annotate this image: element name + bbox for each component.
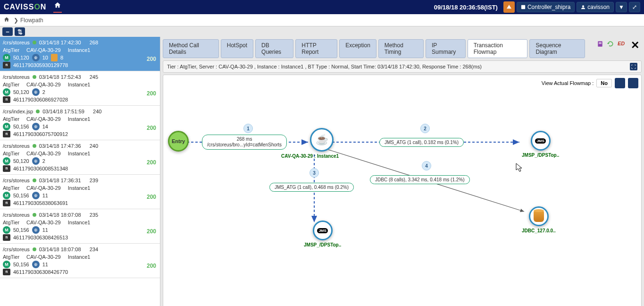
flowpath-item[interactable]: /crs/index.jsp03/14/18 17:51:59 240 AtgT… [0,106,160,140]
edge-1-label: 268 ms /crs/storeus/bro...yId=catMenShor… [202,135,287,150]
node-jms-bottom[interactable]: JMS JMSP_/DPSTop.. [304,221,341,247]
timestamp: 09/18/18 20:36:58(IST) [434,4,498,11]
expand-all-button[interactable]: ⇅ [15,27,25,36]
svg-rect-4 [599,42,602,43]
breadcrumb-item[interactable]: Flowpath [20,17,43,24]
fp-tier: AtgTier [3,184,19,192]
fp-status: 200 [147,228,156,235]
seq-1: 1 [243,124,253,133]
tab-method-timing[interactable]: Method Timing [378,39,424,58]
breadcrumb-home-icon[interactable] [4,17,9,24]
fp-resp: 245 [90,73,98,81]
fp-id: 4611790306008531348 [13,165,68,172]
fp-resp: 234 [90,246,98,253]
fp-ts: 03/14/18 17:51:59 [42,108,84,115]
flowpath-item[interactable]: /crs/storeus03/14/18 17:42:30 268 AtgTie… [0,37,160,71]
user-label: cavisson [587,4,610,10]
fp-instance: Instance1 [68,46,91,54]
home-icon[interactable] [53,1,62,13]
download-icon[interactable] [615,78,625,88]
seq-4: 4 [422,161,431,170]
fp-ts: 03/14/18 17:36:31 [39,177,81,184]
fp-resp: 239 [90,177,98,184]
tab-sequence-diagram[interactable]: Sequence Diagram [529,39,585,58]
m-val: 50,120 [13,54,29,61]
svg-rect-0 [506,9,512,9]
content: ✕ Method Call DetailsHotSpotDB QueriesHT… [160,37,644,306]
node-jms-right[interactable]: JMS JMSP_/DPSTop.. [522,131,559,158]
fp-instance: Instance1 [68,150,91,157]
fp-server: CAV-QA-30-29 [26,253,61,261]
fp-server: CAV-QA-30-29 [26,46,61,54]
close-icon[interactable]: ✕ [631,39,639,51]
fp-instance: Instance1 [68,219,91,226]
fp-server: CAV-QA-30-29 [26,115,61,123]
call-icon: ⊕ [32,54,40,61]
svg-rect-5 [599,43,602,44]
fp-instance: Instance1 [68,81,91,88]
jms-icon: JMS [535,138,545,144]
flowmap: View Actual Flowmap : No [163,75,642,306]
view-actual-toggle[interactable]: No [596,79,612,87]
tab-http-report[interactable]: HTTP Report [295,39,337,58]
fp-tier: AtgTier [3,150,19,157]
refresh-icon[interactable] [607,41,615,48]
fp-id: 4611790305930129778 [13,61,68,69]
db-icon [51,54,58,61]
call-icon: ⊕ [32,123,40,130]
controller-button[interactable]: Controller_shipra [517,2,575,12]
flowpath-item[interactable]: /crs/storeus03/14/18 18:07:08 234 AtgTie… [0,244,160,278]
node-entry[interactable]: Entry [168,131,189,152]
seq-2: 2 [420,124,430,133]
tab-hotspot[interactable]: HotSpot [221,39,253,58]
user-button[interactable]: cavisson [577,2,614,12]
caret-down-button[interactable]: ▼ [616,2,627,12]
m-val: 50,156 [13,226,29,234]
fp-status: 200 [147,263,156,269]
b-val: 11 [42,261,48,268]
maximize-icon[interactable]: ⛶ [630,63,637,70]
status-dot-icon [33,213,36,217]
collapse-button[interactable]: − [2,27,13,36]
call-icon: ⊕ [32,261,40,268]
offline-icon[interactable] [503,1,515,13]
status-dot-icon [33,247,36,251]
top-bar: CAVISSON 09/18/18 20:36:58(IST) Controll… [0,0,644,14]
logo-text-pre: CAVISS [4,3,34,11]
fp-url: /crs/storeus [3,211,30,219]
tab-db-queries[interactable]: DB Queries [255,39,293,58]
download-alt-icon[interactable] [628,78,638,88]
tab-method-call-details[interactable]: Method Call Details [163,39,219,58]
svg-point-2 [582,5,584,7]
tab-ip-summary[interactable]: IP Summary [426,39,466,58]
fp-tier: AtgTier [3,253,19,261]
flowpath-item[interactable]: /crs/storeus03/14/18 17:52:43 245 AtgTie… [0,71,160,106]
b-val: 11 [42,192,48,199]
edge-4-label: JDBC (8 calls), 3.342 ms, 0.418 ms (1.2%… [370,175,470,184]
flowpath-item[interactable]: /crs/storeus03/14/18 17:47:36 240 AtgTie… [0,140,160,175]
flowpath-item[interactable]: /crs/storeus03/14/18 17:36:31 239 AtgTie… [0,175,160,209]
flowpath-item[interactable]: /crs/storeus03/14/18 18:07:08 235 AtgTie… [0,209,160,244]
node-db[interactable]: JDBC_127.0.0.. [522,206,556,233]
status-dot-icon [36,110,40,113]
method-icon: M [3,226,10,234]
fp-tier: AtgTier [3,115,19,123]
tab-transaction-flowmap[interactable]: Transaction Flowmap [468,39,528,58]
fp-id-icon: fi [3,234,10,241]
report-icon[interactable] [597,41,604,48]
method-icon: M [3,88,10,96]
edge-1-time: 268 ms [207,136,282,142]
tab-exception[interactable]: Exception [339,39,376,58]
fp-url: /crs/storeus [3,177,30,184]
svg-rect-1 [521,5,525,9]
node-java-instance[interactable]: ☕ CAV-QA-30-29 : Instance1 [305,128,339,159]
fp-url: /crs/storeus [3,73,30,81]
fp-server: CAV-QA-30-29 [26,81,61,88]
ed-icon[interactable]: ED [618,41,625,48]
logo-text-suf: N [41,3,47,11]
expand-button[interactable]: ⤢ [629,2,640,12]
toolbar: − ⇅ [0,26,644,37]
fp-resp: 240 [90,142,98,150]
fp-tier: AtgTier [3,81,19,88]
fp-status: 200 [147,90,156,97]
